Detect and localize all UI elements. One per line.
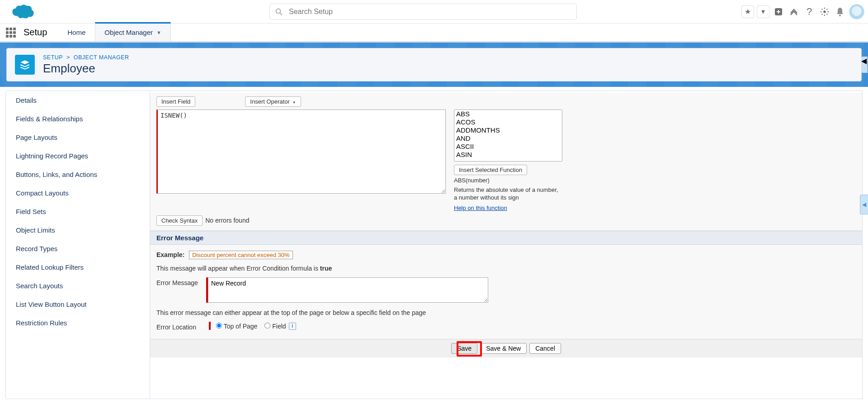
- expand-panel-tab[interactable]: ◀: [861, 57, 868, 73]
- global-header: ★ ▾ ?: [0, 0, 868, 24]
- salesforce-logo: [9, 3, 34, 21]
- sidebar-item-fields[interactable]: Fields & Relationships: [6, 110, 150, 128]
- page-title: Employee: [43, 62, 129, 76]
- search-input[interactable]: [289, 8, 571, 16]
- error-note-2: This error message can either appear at …: [156, 309, 856, 316]
- example-label: Example:: [156, 251, 184, 258]
- syntax-result: No errors found: [205, 217, 249, 224]
- favorite-icon[interactable]: ★: [741, 5, 754, 18]
- cancel-button[interactable]: Cancel: [529, 343, 561, 354]
- insert-field-button[interactable]: Insert Field: [156, 96, 195, 107]
- app-launcher-icon[interactable]: [0, 24, 22, 41]
- error-location-field[interactable]: Field: [264, 323, 286, 330]
- notifications-icon[interactable]: [834, 5, 846, 18]
- sidebar-item-lightning-pages[interactable]: Lightning Record Pages: [6, 147, 150, 165]
- object-nav-sidebar: Details Fields & Relationships Page Layo…: [5, 90, 150, 399]
- error-note-1: This message will appear when Error Cond…: [156, 265, 856, 272]
- context-bar: Setup Home Object Manager ▼: [0, 24, 868, 43]
- help-on-function-link[interactable]: Help on this function: [454, 205, 507, 211]
- function-description: Returns the absolute value of a number, …: [454, 186, 562, 202]
- breadcrumb: SETUP > OBJECT MANAGER: [43, 54, 129, 61]
- check-syntax-button[interactable]: Check Syntax: [156, 215, 203, 226]
- sidebar-item-search-layouts[interactable]: Search Layouts: [6, 276, 150, 295]
- add-icon[interactable]: [772, 5, 785, 18]
- object-icon: [15, 55, 35, 75]
- info-icon[interactable]: i: [289, 323, 296, 330]
- insert-operator-button[interactable]: Insert Operator: [245, 96, 301, 107]
- error-message-label: Error Message: [156, 277, 206, 286]
- error-message-textarea[interactable]: New Record: [208, 277, 488, 303]
- formula-textarea[interactable]: ISNEW(): [156, 110, 446, 194]
- global-search[interactable]: [269, 4, 577, 20]
- example-text: Discount percent cannot exceed 30%: [189, 251, 292, 259]
- radio-field[interactable]: [264, 323, 270, 329]
- sidebar-item-page-layouts[interactable]: Page Layouts: [6, 128, 150, 147]
- save-and-new-button[interactable]: Save & New: [480, 343, 527, 354]
- header-utility-icons: ★ ▾ ?: [741, 4, 864, 19]
- function-list[interactable]: ABS ACOS ADDMONTHS AND ASCII ASIN: [454, 110, 562, 162]
- svg-point-4: [839, 14, 841, 16]
- sidebar-item-object-limits[interactable]: Object Limits: [6, 221, 150, 239]
- sidebar-item-buttons-links[interactable]: Buttons, Links, and Actions: [6, 165, 150, 184]
- error-location-top[interactable]: Top of Page: [216, 323, 257, 330]
- svg-point-3: [823, 10, 826, 13]
- page-header: SETUP > OBJECT MANAGER Employee ◀: [6, 48, 862, 81]
- radio-top-of-page[interactable]: [216, 323, 222, 329]
- favorite-dropdown-icon[interactable]: ▾: [757, 5, 769, 18]
- breadcrumb-leaf[interactable]: OBJECT MANAGER: [74, 54, 129, 61]
- main-content: Insert Field Insert Operator ISNEW() ABS…: [150, 90, 863, 399]
- function-signature: ABS(number): [454, 177, 562, 185]
- sidebar-item-restriction-rules[interactable]: Restriction Rules: [6, 314, 150, 332]
- save-button[interactable]: Save: [451, 343, 477, 354]
- required-indicator: [209, 322, 211, 330]
- tab-home[interactable]: Home: [58, 24, 95, 41]
- sidebar-item-related-lookup[interactable]: Related Lookup Filters: [6, 258, 150, 276]
- right-expand-tab[interactable]: ◀: [860, 195, 868, 214]
- error-message-section-header: Error Message: [150, 231, 862, 245]
- sidebar-item-compact-layouts[interactable]: Compact Layouts: [6, 184, 150, 202]
- sidebar-item-details[interactable]: Details: [6, 91, 150, 110]
- user-avatar[interactable]: [849, 4, 864, 19]
- tab-object-manager[interactable]: Object Manager ▼: [95, 22, 171, 41]
- app-name: Setup: [22, 24, 58, 41]
- svg-point-0: [276, 9, 281, 13]
- insert-selected-function-button[interactable]: Insert Selected Function: [454, 165, 527, 175]
- sidebar-item-record-types[interactable]: Record Types: [6, 239, 150, 258]
- error-location-label: Error Location: [156, 322, 206, 331]
- sidebar-item-field-sets[interactable]: Field Sets: [6, 202, 150, 221]
- sidebar-item-list-view-button[interactable]: List View Button Layout: [6, 295, 150, 314]
- chevron-down-icon[interactable]: ▼: [156, 30, 161, 35]
- setup-gear-icon[interactable]: [818, 5, 831, 18]
- svg-line-1: [280, 13, 283, 15]
- salesforce-help-icon[interactable]: [788, 5, 800, 18]
- breadcrumb-root[interactable]: SETUP: [43, 54, 63, 61]
- help-icon[interactable]: ?: [803, 5, 816, 18]
- search-icon: [275, 8, 283, 15]
- button-bar: Save Save & New Cancel: [150, 339, 862, 357]
- page-header-band: SETUP > OBJECT MANAGER Employee ◀: [0, 43, 868, 87]
